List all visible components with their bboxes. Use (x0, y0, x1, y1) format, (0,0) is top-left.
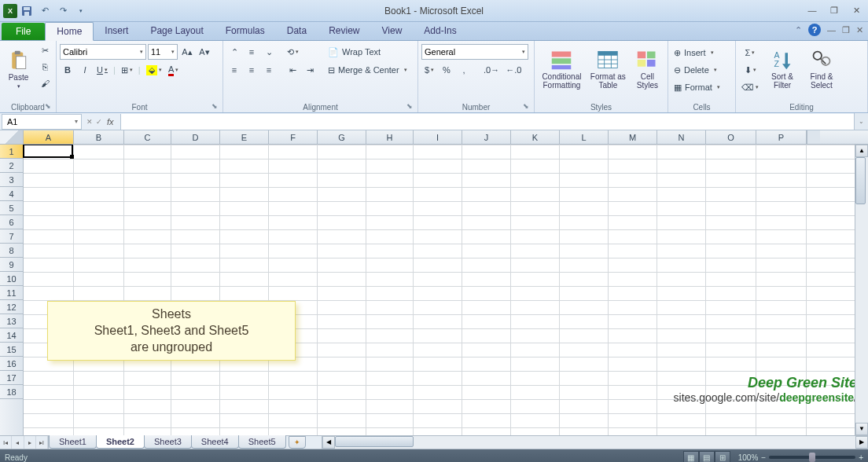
tab-view[interactable]: View (371, 22, 414, 40)
col-header-E[interactable]: E (220, 130, 269, 144)
sheet-tab-sheet5[interactable]: Sheet5 (238, 435, 286, 449)
cells-area[interactable]: Sheets Sheet1, Sheet3 and Sheet5 are ung… (24, 145, 868, 435)
mdi-minimize-button[interactable]: — (827, 25, 836, 35)
clipboard-dialog-icon[interactable]: ⬊ (45, 102, 51, 110)
col-header-K[interactable]: K (511, 130, 560, 144)
col-header-I[interactable]: I (414, 130, 462, 144)
orientation-button[interactable]: ⟲ (285, 44, 301, 60)
increase-indent-button[interactable]: ⇥ (302, 62, 318, 78)
format-painter-button[interactable]: 🖌 (37, 75, 53, 91)
expand-formula-bar-icon[interactable]: ⌄ (854, 113, 868, 130)
align-bottom-button[interactable]: ⌄ (261, 44, 277, 60)
copy-button[interactable]: ⎘ (37, 59, 53, 75)
col-header-B[interactable]: B (74, 130, 124, 144)
col-header-C[interactable]: C (124, 130, 171, 144)
undo-button[interactable]: ↶ (36, 2, 53, 20)
font-dialog-icon[interactable]: ⬊ (211, 102, 218, 110)
col-header-L[interactable]: L (560, 130, 609, 144)
bold-button[interactable]: B (60, 62, 75, 78)
tab-home[interactable]: Home (45, 22, 94, 41)
number-format-combo[interactable]: General (421, 44, 528, 60)
percent-button[interactable]: % (439, 62, 454, 78)
tab-data[interactable]: Data (276, 22, 318, 40)
col-header-F[interactable]: F (269, 130, 318, 144)
insert-cells-button[interactable]: ⊕Insert (671, 44, 732, 61)
prev-sheet-button[interactable]: ◂ (12, 436, 24, 449)
formula-input[interactable] (120, 114, 854, 130)
row-header-14[interactable]: 14 (0, 328, 23, 343)
row-header-7[interactable]: 7 (0, 229, 23, 244)
col-header-A[interactable]: A (24, 130, 74, 144)
align-right-button[interactable]: ≡ (261, 62, 277, 78)
comma-button[interactable]: , (456, 62, 472, 78)
sort-filter-button[interactable]: AZ Sort & Filter (764, 42, 800, 96)
col-header-D[interactable]: D (171, 130, 220, 144)
page-break-view-button[interactable]: ⊞ (715, 451, 730, 462)
row-header-3[interactable]: 3 (0, 173, 23, 187)
row-header-12[interactable]: 12 (0, 300, 23, 314)
zoom-level[interactable]: 100% (738, 453, 759, 462)
row-header-16[interactable]: 16 (0, 357, 23, 371)
col-header-M[interactable]: M (609, 130, 657, 144)
row-header-1[interactable]: 1 (0, 145, 23, 159)
alignment-dialog-icon[interactable]: ⬊ (406, 102, 413, 110)
zoom-out-button[interactable]: − (761, 453, 766, 462)
page-layout-view-button[interactable]: ▤ (699, 451, 715, 462)
tab-insert[interactable]: Insert (94, 22, 139, 40)
next-sheet-button[interactable]: ▸ (24, 436, 36, 449)
save-button[interactable] (18, 2, 35, 20)
qat-customize[interactable]: ▾ (72, 2, 90, 20)
increase-decimal-button[interactable]: .0→ (481, 62, 502, 78)
redo-button[interactable]: ↷ (54, 2, 72, 20)
align-middle-button[interactable]: ≡ (244, 44, 259, 60)
tab-page-layout[interactable]: Page Layout (139, 22, 214, 40)
grow-font-button[interactable]: A▴ (179, 44, 195, 60)
scroll-up-button[interactable]: ▲ (855, 145, 868, 157)
last-sheet-button[interactable]: ▸I (36, 436, 48, 449)
col-header-G[interactable]: G (318, 130, 366, 144)
close-button[interactable]: ✕ (848, 6, 865, 16)
row-header-15[interactable]: 15 (0, 343, 23, 357)
row-header-18[interactable]: 18 (0, 385, 23, 399)
cancel-formula-icon[interactable]: ✕ (86, 118, 93, 126)
decrease-indent-button[interactable]: ⇤ (285, 62, 300, 78)
decrease-decimal-button[interactable]: ←.0 (503, 62, 524, 78)
horizontal-scrollbar[interactable]: ◀ ▶ (322, 436, 868, 449)
zoom-in-button[interactable]: + (859, 453, 863, 462)
tab-formulas[interactable]: Formulas (215, 22, 276, 40)
row-header-13[interactable]: 13 (0, 314, 23, 328)
enter-formula-icon[interactable]: ✓ (96, 118, 102, 126)
first-sheet-button[interactable]: I◂ (0, 436, 12, 449)
new-sheet-button[interactable]: ✦ (289, 436, 306, 449)
merge-center-button[interactable]: ⊟Merge & Center (326, 62, 412, 78)
paste-button[interactable]: Paste▾ (3, 42, 34, 96)
conditional-formatting-button[interactable]: Conditional Formatting (538, 42, 586, 96)
font-color-button[interactable]: A (166, 62, 182, 78)
delete-cells-button[interactable]: ⊖Delete (671, 61, 732, 79)
tab-add-ins[interactable]: Add-Ins (413, 22, 467, 40)
select-all-button[interactable] (0, 130, 24, 144)
row-header-4[interactable]: 4 (0, 187, 23, 201)
col-header-P[interactable]: P (756, 130, 807, 144)
number-dialog-icon[interactable]: ⬊ (523, 102, 529, 110)
cell-styles-button[interactable]: Cell Styles (631, 42, 664, 96)
col-header-O[interactable]: O (706, 130, 756, 144)
italic-button[interactable]: I (77, 62, 93, 78)
autosum-button[interactable]: Σ (739, 44, 761, 61)
col-header-N[interactable]: N (657, 130, 706, 144)
shrink-font-button[interactable]: A▾ (197, 44, 212, 60)
col-header-J[interactable]: J (462, 130, 511, 144)
align-center-button[interactable]: ≡ (244, 62, 259, 78)
fill-color-button[interactable]: ⬙ (144, 62, 164, 78)
scroll-down-button[interactable]: ▼ (855, 423, 868, 435)
file-tab[interactable]: File (2, 23, 45, 40)
scroll-left-button[interactable]: ◀ (322, 436, 335, 449)
sheet-tab-sheet2[interactable]: Sheet2 (96, 435, 145, 449)
row-header-9[interactable]: 9 (0, 258, 23, 272)
sheet-tab-sheet3[interactable]: Sheet3 (144, 435, 192, 449)
row-header-2[interactable]: 2 (0, 159, 23, 173)
fill-button[interactable]: ⬇ (739, 61, 761, 79)
normal-view-button[interactable]: ▦ (683, 451, 699, 462)
row-header-10[interactable]: 10 (0, 272, 23, 286)
help-icon[interactable]: ? (808, 24, 821, 36)
